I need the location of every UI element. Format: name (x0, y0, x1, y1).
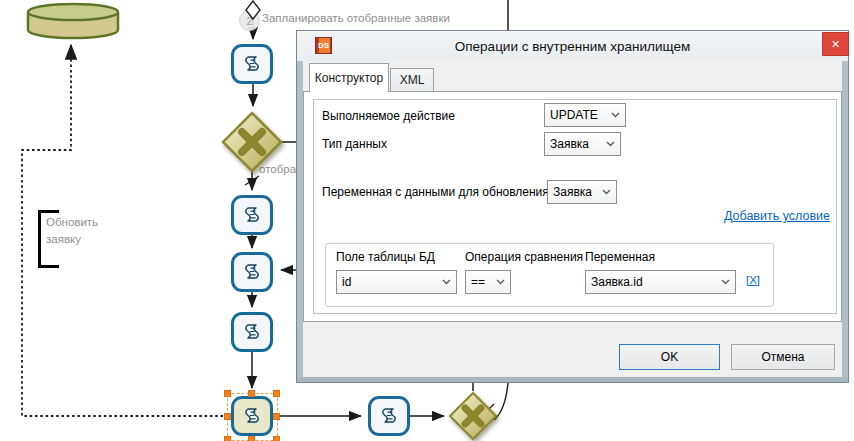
dialog-titlebar[interactable]: DS Операции с внутренним хранилищем (297, 31, 848, 61)
action-label: Выполняемое действие (322, 109, 455, 123)
db-field-column-header: Поле таблицы БД (336, 250, 435, 264)
selection-handle[interactable] (248, 390, 255, 397)
datastore-icon[interactable] (25, 2, 121, 44)
script-task[interactable] (231, 44, 273, 84)
script-icon (242, 54, 262, 74)
variable-select[interactable]: Заявка.id (585, 270, 736, 294)
data-type-select[interactable]: Заявка (544, 132, 621, 156)
ok-button[interactable]: OK (619, 344, 720, 370)
chevron-down-icon (721, 279, 730, 285)
text-annotation: Обновить заявку (46, 214, 98, 248)
tab-page-constructor: Выполняемое действие UPDATE Тип данных З… (303, 91, 842, 322)
gateway-exclusive-icon[interactable] (448, 391, 498, 441)
script-icon (242, 262, 262, 282)
tab-constructor[interactable]: Конструктор (309, 63, 389, 92)
flow-node-label: Запланировать отобранные заявки (262, 12, 450, 24)
selection-handle[interactable] (248, 436, 255, 441)
selection-handle[interactable] (273, 390, 280, 397)
update-variable-label: Переменная с данными для обновления (322, 185, 549, 199)
script-task[interactable] (231, 195, 273, 235)
chevron-down-icon (496, 279, 505, 285)
chevron-down-icon (611, 112, 620, 118)
workflow-editor-canvas: 2 Запланировать отобранные заявки отобра… (0, 0, 854, 441)
chevron-down-icon (442, 279, 451, 285)
close-button[interactable]: ✕ (822, 32, 849, 56)
compare-op-select[interactable]: == (465, 270, 511, 294)
action-select[interactable]: UPDATE (544, 103, 626, 127)
tab-xml[interactable]: XML (390, 68, 434, 91)
script-icon (242, 205, 262, 225)
script-task[interactable] (368, 396, 410, 436)
dialog-client-area: Конструктор XML Выполняемое действие UPD… (303, 61, 842, 377)
selection-frame (224, 390, 280, 441)
selection-handle[interactable] (273, 436, 280, 441)
cancel-button[interactable]: Отмена (731, 344, 835, 370)
selection-handle[interactable] (224, 390, 231, 397)
chevron-down-icon (606, 141, 615, 147)
start-diamond-icon[interactable] (245, 0, 261, 20)
condition-groupbox: Поле таблицы БД Операция сравнения Перем… (325, 243, 774, 307)
gateway-exclusive-icon[interactable] (220, 110, 284, 174)
window-frame (842, 61, 848, 378)
remove-condition-link[interactable]: [X] (746, 274, 760, 286)
selection-dash-border (227, 393, 278, 441)
compare-op-column-header: Операция сравнения (465, 250, 583, 264)
data-type-label: Тип данных (322, 137, 387, 151)
selection-handle[interactable] (224, 436, 231, 441)
variable-column-header: Переменная (585, 250, 655, 264)
db-field-select[interactable]: id (336, 270, 457, 294)
dialog-title: Операции с внутренним хранилищем (297, 39, 848, 54)
app-logo-icon: DS (315, 37, 332, 54)
chevron-down-icon (602, 189, 611, 195)
update-variable-select[interactable]: Заявка (547, 180, 617, 204)
script-icon (242, 322, 262, 342)
window-frame (297, 377, 848, 382)
storage-operations-dialog: DS Операции с внутренним хранилищем ✕ Ко… (296, 30, 849, 383)
selection-handle[interactable] (273, 413, 280, 420)
script-task[interactable] (231, 312, 273, 352)
script-task[interactable] (231, 252, 273, 292)
script-icon (379, 406, 399, 426)
selection-handle[interactable] (224, 413, 231, 420)
add-condition-link[interactable]: Добавить условие (604, 209, 830, 223)
